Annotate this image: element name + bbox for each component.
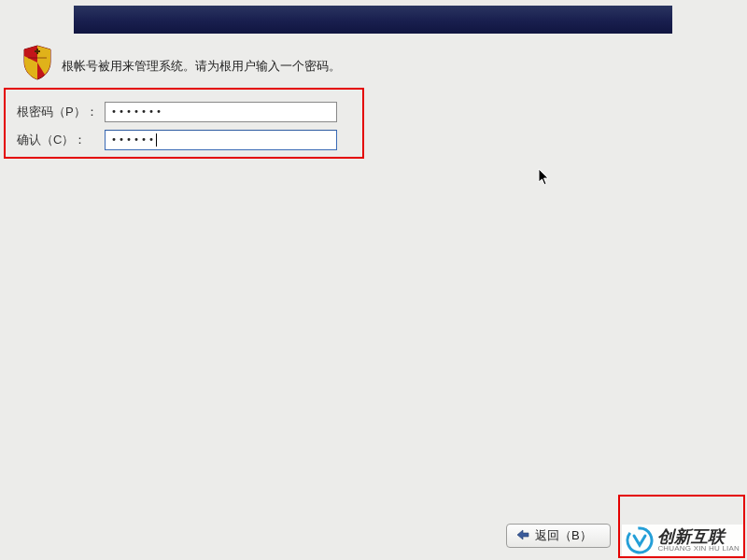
mouse-cursor-icon [538,168,551,187]
watermark: 创新互联 CHUANG XIN HU LIAN [622,525,743,556]
root-password-row: 根密码（P）： ••••••• [17,102,105,122]
svg-point-2 [626,526,654,554]
confirm-password-label: 确认（C）： [17,132,99,148]
instruction-text: 根帐号被用来管理系统。请为根用户输入一个密码。 [62,58,341,75]
watermark-text-en: CHUANG XIN HU LIAN [657,545,740,553]
root-password-label: 根密码（P）： [17,104,99,120]
watermark-text-cn: 创新互联 [657,528,740,545]
root-password-input[interactable]: ••••••• [105,102,337,122]
back-button[interactable]: 返回（B） [506,524,611,548]
back-button-label: 返回（B） [535,527,592,544]
text-cursor [156,133,157,147]
shield-icon [22,45,52,80]
svg-rect-1 [36,49,38,54]
watermark-logo-icon [626,526,654,554]
arrow-left-icon [516,529,529,543]
header-banner [74,6,672,34]
confirm-password-row: 确认（C）： •••••• [17,130,105,150]
confirm-password-input[interactable]: •••••• [105,130,337,150]
